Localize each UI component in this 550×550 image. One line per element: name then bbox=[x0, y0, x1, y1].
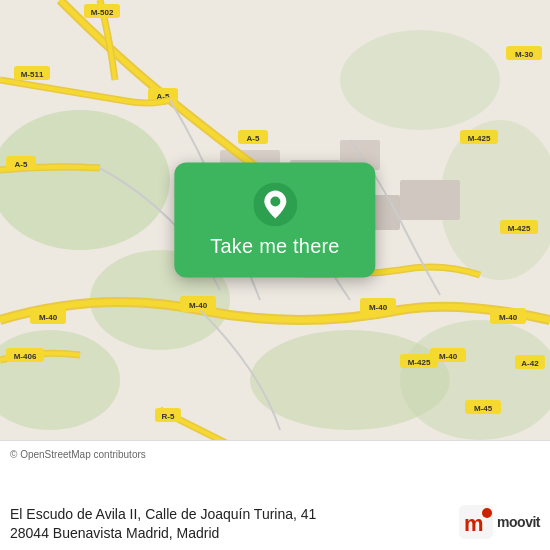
svg-text:A-42: A-42 bbox=[521, 359, 539, 368]
svg-text:M-40: M-40 bbox=[189, 301, 208, 310]
svg-text:M-425: M-425 bbox=[468, 134, 491, 143]
svg-text:M-40: M-40 bbox=[369, 303, 388, 312]
svg-text:M-406: M-406 bbox=[14, 352, 37, 361]
svg-text:m: m bbox=[464, 511, 484, 536]
svg-text:M-511: M-511 bbox=[21, 70, 44, 79]
location-pin-icon bbox=[253, 183, 297, 227]
moovit-logo-icon: m bbox=[459, 505, 493, 539]
svg-text:R-5: R-5 bbox=[162, 412, 175, 421]
svg-text:M-40: M-40 bbox=[39, 313, 58, 322]
address-line2: 28044 Buenavista Madrid, Madrid bbox=[10, 524, 449, 544]
svg-text:M-425: M-425 bbox=[408, 358, 431, 367]
moovit-logo: m moovit bbox=[459, 505, 540, 539]
svg-text:M-40: M-40 bbox=[499, 313, 518, 322]
take-me-there-button[interactable]: Take me there bbox=[210, 235, 339, 258]
address-line1: El Escudo de Avila II, Calle de Joaquín … bbox=[10, 505, 449, 525]
svg-text:M-45: M-45 bbox=[474, 404, 493, 413]
address-row: El Escudo de Avila II, Calle de Joaquín … bbox=[10, 505, 540, 544]
map-area: M-40 M-40 M-40 M-40 A-5 A-5 A-5 M-421 M-… bbox=[0, 0, 550, 440]
copyright-text: © OpenStreetMap contributors bbox=[10, 449, 540, 460]
svg-text:A-5: A-5 bbox=[247, 134, 260, 143]
svg-point-56 bbox=[270, 197, 280, 207]
address-text: El Escudo de Avila II, Calle de Joaquín … bbox=[10, 505, 459, 544]
svg-text:M-425: M-425 bbox=[508, 224, 531, 233]
green-card[interactable]: Take me there bbox=[174, 163, 375, 278]
info-panel: © OpenStreetMap contributors El Escudo d… bbox=[0, 440, 550, 550]
svg-text:A-5: A-5 bbox=[15, 160, 28, 169]
svg-text:M-30: M-30 bbox=[515, 50, 534, 59]
svg-text:M-502: M-502 bbox=[91, 8, 114, 17]
svg-rect-14 bbox=[400, 180, 460, 220]
svg-point-3 bbox=[340, 30, 500, 130]
moovit-brand-name: moovit bbox=[497, 514, 540, 530]
cta-overlay: Take me there bbox=[174, 163, 375, 278]
svg-text:M-40: M-40 bbox=[439, 352, 458, 361]
